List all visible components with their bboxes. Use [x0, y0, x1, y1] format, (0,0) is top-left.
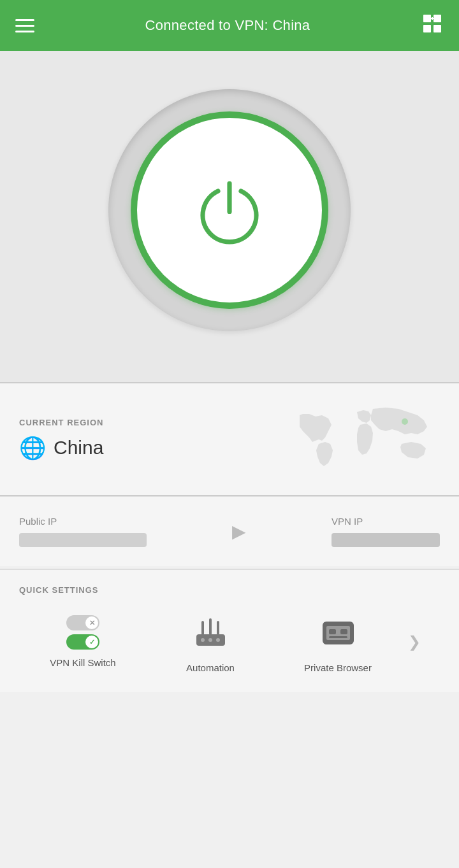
region-name: China: [54, 437, 103, 459]
app-header: Connected to VPN: China: [0, 0, 459, 51]
svg-rect-3: [433, 25, 441, 32]
toggle-off-knob: ✕: [85, 616, 98, 629]
svg-rect-17: [329, 629, 336, 634]
private-browser-item[interactable]: Private Browser: [274, 610, 402, 673]
kill-switch-toggle-off: ✕: [66, 615, 99, 630]
automation-icon: [188, 610, 233, 655]
quick-settings-chevron[interactable]: ❯: [402, 633, 421, 651]
svg-rect-19: [329, 636, 347, 638]
public-ip-value: [19, 533, 147, 547]
power-button[interactable]: [131, 111, 328, 309]
svg-rect-14: [217, 621, 219, 635]
svg-point-10: [208, 638, 212, 642]
quick-settings-items: ✕ ✓ VPN Kill Switch: [19, 610, 446, 673]
menu-button[interactable]: [15, 19, 34, 32]
svg-rect-1: [433, 15, 441, 22]
automation-item[interactable]: Automation: [147, 610, 274, 673]
region-country: 🌐 China: [19, 435, 103, 460]
kill-switch-toggle-on: ✓: [66, 634, 99, 650]
private-browser-label: Private Browser: [304, 662, 372, 673]
public-ip-block: Public IP: [19, 516, 147, 547]
svg-rect-13: [209, 618, 212, 635]
vpn-ip-label: VPN IP: [332, 516, 440, 527]
toggle-on-knob: ✓: [85, 636, 98, 648]
vpn-switch-button[interactable]: [421, 12, 444, 39]
svg-point-11: [216, 638, 220, 642]
ip-arrow: ▶: [232, 521, 246, 542]
public-ip-label: Public IP: [19, 516, 147, 527]
vpn-ip-value: [332, 533, 440, 547]
ip-section: Public IP ▶ VPN IP: [0, 496, 459, 566]
quick-settings-label: QUICK SETTINGS: [19, 585, 446, 595]
region-label: CURRENT REGION: [19, 418, 103, 427]
world-map: [293, 402, 440, 476]
region-info: CURRENT REGION 🌐 China: [19, 418, 103, 460]
toggle-on-check-icon: ✓: [89, 638, 95, 646]
kill-switch-item[interactable]: ✕ ✓ VPN Kill Switch: [19, 615, 147, 668]
svg-rect-2: [423, 25, 431, 32]
kill-switch-icon: ✕ ✓: [66, 615, 99, 650]
power-outer-ring: [108, 89, 351, 331]
header-title: Connected to VPN: China: [145, 17, 310, 34]
svg-rect-0: [423, 15, 431, 22]
svg-point-7: [402, 418, 408, 425]
power-section: [0, 51, 459, 382]
region-section[interactable]: CURRENT REGION 🌐 China: [0, 383, 459, 495]
quick-settings-section: QUICK SETTINGS ✕ ✓ VPN Kill Switch: [0, 569, 459, 692]
svg-rect-12: [201, 621, 204, 635]
vpn-ip-block: VPN IP: [332, 516, 440, 547]
kill-switch-label: VPN Kill Switch: [50, 657, 115, 668]
toggle-off-x-icon: ✕: [89, 619, 95, 627]
globe-icon: 🌐: [19, 435, 46, 460]
svg-rect-18: [340, 629, 347, 634]
private-browser-icon: [316, 610, 360, 655]
svg-point-9: [201, 638, 205, 642]
automation-label: Automation: [186, 662, 235, 673]
